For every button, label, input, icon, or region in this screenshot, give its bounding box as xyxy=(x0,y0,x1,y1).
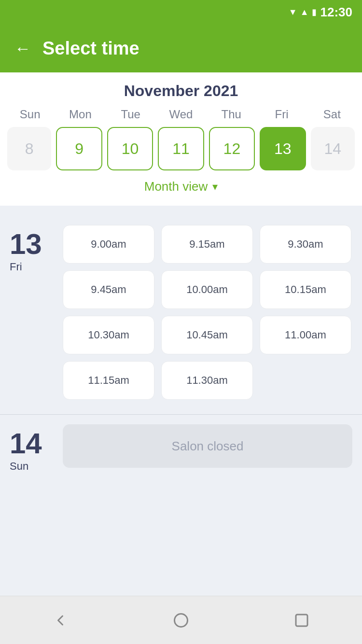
time-slot-900am[interactable]: 9.00am xyxy=(63,225,154,264)
recent-nav-icon xyxy=(293,612,310,629)
status-bar: ▼ ▲ ▮ 12:30 xyxy=(0,0,362,24)
time-slots-grid-13: 9.00am 9.15am 9.30am 9.45am 10.00am 10.1… xyxy=(63,225,352,400)
nav-bar xyxy=(0,596,362,644)
svg-rect-1 xyxy=(296,615,307,626)
time-slot-945am[interactable]: 9.45am xyxy=(63,270,154,309)
day-name-14: Sun xyxy=(10,460,28,473)
nav-back-button[interactable] xyxy=(50,610,71,631)
weekday-wed: Wed xyxy=(156,108,206,121)
schedule-section: 13 Fri 9.00am 9.15am 9.30am 9.45am 10.00… xyxy=(0,206,362,596)
signal-icon: ▲ xyxy=(300,7,309,17)
date-10[interactable]: 10 xyxy=(107,127,153,170)
salon-closed-label: Salon closed xyxy=(63,424,352,468)
day-name-13: Fri xyxy=(10,261,22,273)
date-8[interactable]: 8 xyxy=(7,127,51,170)
month-view-label: Month view xyxy=(144,179,208,194)
weekday-sat: Sat xyxy=(307,108,357,121)
time-slot-1130am[interactable]: 11.30am xyxy=(161,361,253,400)
nav-recent-button[interactable] xyxy=(291,610,312,631)
nav-home-button[interactable] xyxy=(170,610,192,631)
time-slot-1100am[interactable]: 11.00am xyxy=(260,316,351,354)
day-block-14: 14 Sun Salon closed xyxy=(0,414,362,487)
weekday-tue: Tue xyxy=(106,108,156,121)
calendar-section: November 2021 Sun Mon Tue Wed Thu Fri Sa… xyxy=(0,72,362,206)
month-view-row[interactable]: Month view ▾ xyxy=(0,175,362,201)
weekday-row: Sun Mon Tue Wed Thu Fri Sat xyxy=(0,108,362,121)
back-nav-icon xyxy=(52,612,69,629)
day-number-14: 14 xyxy=(10,429,42,458)
day-label-14: 14 Sun xyxy=(10,424,53,473)
date-12[interactable]: 12 xyxy=(209,127,255,170)
time-slot-915am[interactable]: 9.15am xyxy=(161,225,253,264)
time-slot-1030am[interactable]: 10.30am xyxy=(63,316,154,354)
time-slot-1015am[interactable]: 10.15am xyxy=(260,270,351,309)
weekday-mon: Mon xyxy=(55,108,105,121)
status-time: 12:30 xyxy=(320,5,353,20)
time-slot-930am[interactable]: 9.30am xyxy=(260,225,351,264)
chevron-down-icon: ▾ xyxy=(212,181,218,193)
time-slot-1115am[interactable]: 11.15am xyxy=(63,361,154,400)
page-title: Select time xyxy=(42,38,139,59)
date-9[interactable]: 9 xyxy=(56,127,102,170)
weekday-sun: Sun xyxy=(5,108,55,121)
wifi-icon: ▼ xyxy=(289,7,297,17)
date-14[interactable]: 14 xyxy=(311,127,355,170)
time-slot-1045am[interactable]: 10.45am xyxy=(161,316,253,354)
status-icons: ▼ ▲ ▮ xyxy=(289,7,317,17)
month-title: November 2021 xyxy=(0,82,362,100)
battery-icon: ▮ xyxy=(312,7,317,17)
day-label-13: 13 Fri xyxy=(10,225,53,273)
day-block-13: 13 Fri 9.00am 9.15am 9.30am 9.45am 10.00… xyxy=(0,215,362,414)
date-13[interactable]: 13 xyxy=(260,127,306,170)
day-number-13: 13 xyxy=(10,230,42,259)
app-header: ← Select time xyxy=(0,24,362,72)
back-button[interactable]: ← xyxy=(14,39,31,58)
time-slot-1000am[interactable]: 10.00am xyxy=(161,270,253,309)
weekday-fri: Fri xyxy=(256,108,306,121)
home-nav-icon xyxy=(172,612,190,629)
weekday-thu: Thu xyxy=(206,108,256,121)
date-11[interactable]: 11 xyxy=(158,127,204,170)
svg-point-0 xyxy=(175,614,188,627)
dates-row: 8 9 10 11 12 13 14 xyxy=(0,127,362,170)
